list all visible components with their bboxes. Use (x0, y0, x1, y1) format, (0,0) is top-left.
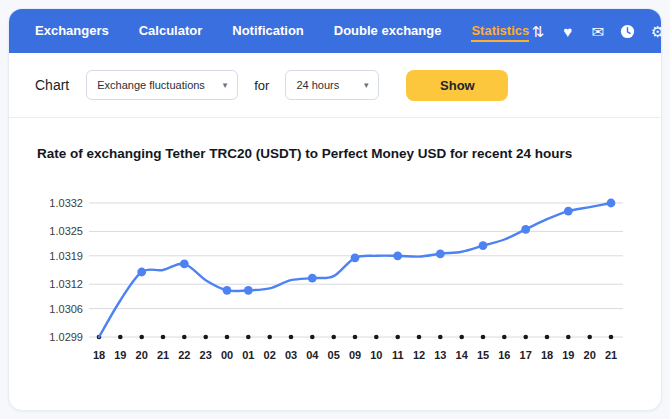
x-tick-label: 17 (520, 349, 532, 361)
baseline-dot (481, 335, 486, 340)
baseline-dot (609, 335, 614, 340)
x-tick-label: 10 (370, 349, 382, 361)
baseline-dot (246, 335, 251, 340)
baseline-dot (353, 335, 358, 340)
x-tick-label: 01 (242, 349, 254, 361)
baseline-dot (438, 335, 443, 340)
baseline-dot (289, 335, 294, 340)
baseline-dot (139, 335, 144, 340)
baseline-dot (161, 335, 166, 340)
nav-item-exchangers[interactable]: Exchangers (35, 20, 109, 42)
heart-icon[interactable]: ♥ (559, 24, 576, 39)
baseline-dot (502, 335, 507, 340)
y-tick-label: 1.0306 (49, 303, 83, 315)
x-tick-label: 13 (434, 349, 446, 361)
baseline-dot (118, 335, 123, 340)
baseline-dot (225, 335, 230, 340)
chart-point (479, 241, 488, 250)
chart-point (244, 286, 253, 295)
nav-item-notification[interactable]: Notification (232, 20, 304, 42)
chevron-down-icon: ▾ (364, 80, 369, 90)
baseline-dot (374, 335, 379, 340)
baseline-dot (331, 335, 336, 340)
chart-line (99, 203, 611, 337)
baseline-dot (523, 335, 528, 340)
chart-point (137, 268, 146, 277)
chart-point (223, 286, 232, 295)
x-tick-label: 19 (562, 349, 574, 361)
x-tick-label: 05 (328, 349, 340, 361)
y-tick-label: 1.0312 (49, 278, 83, 290)
chart-point (607, 199, 616, 208)
chart-point (436, 249, 445, 258)
gear-icon[interactable]: ⚙ (649, 24, 662, 39)
baseline-dot (417, 335, 422, 340)
x-tick-label: 14 (456, 349, 469, 361)
baseline-dot (203, 335, 208, 340)
show-button[interactable]: Show (406, 70, 508, 101)
x-tick-label: 03 (285, 349, 297, 361)
x-tick-label: 04 (306, 349, 319, 361)
x-tick-label: 21 (605, 349, 617, 361)
rate-chart-svg: 1.03321.03251.03191.03121.03061.02991819… (21, 187, 662, 369)
x-tick-label: 09 (349, 349, 361, 361)
x-tick-label: 18 (93, 349, 105, 361)
x-tick-label: 00 (221, 349, 233, 361)
swap-vertical-icon[interactable]: ⇅ (529, 24, 546, 39)
baseline-dot (545, 335, 550, 340)
x-tick-label: 11 (392, 349, 404, 361)
baseline-dot (310, 335, 315, 340)
chart-type-select[interactable]: Exchange fluctuations ▾ (86, 70, 238, 100)
chart-point (308, 274, 317, 283)
nav-item-double-exchange[interactable]: Double exchange (334, 20, 442, 42)
period-select[interactable]: 24 hours ▾ (285, 70, 379, 100)
chart-point (180, 260, 189, 269)
mail-icon[interactable]: ✉ (589, 24, 606, 39)
x-tick-label: 20 (136, 349, 148, 361)
chart-label: Chart (35, 77, 69, 93)
clock-icon[interactable] (619, 24, 636, 39)
x-tick-label: 23 (200, 349, 212, 361)
top-navbar: Exchangers Calculator Notification Doubl… (9, 9, 661, 53)
nav-icon-group: ⇅ ♥ ✉ ⚙ (529, 24, 662, 39)
chart-point (521, 225, 530, 234)
period-select-value: 24 hours (296, 79, 339, 91)
chart-title: Rate of exchanging Tether TRC20 (USDT) t… (37, 146, 661, 161)
nav-menu: Exchangers Calculator Notification Doubl… (35, 20, 529, 42)
nav-item-statistics[interactable]: Statistics (471, 20, 529, 42)
y-tick-label: 1.0332 (49, 197, 83, 209)
chart-type-select-value: Exchange fluctuations (97, 79, 205, 91)
y-tick-label: 1.0325 (49, 225, 83, 237)
baseline-dot (182, 335, 187, 340)
for-label: for (254, 78, 269, 93)
x-tick-label: 12 (413, 349, 425, 361)
x-tick-label: 16 (498, 349, 510, 361)
x-tick-label: 22 (178, 349, 190, 361)
x-tick-label: 21 (157, 349, 169, 361)
chart-point (564, 207, 573, 216)
x-tick-label: 02 (264, 349, 276, 361)
x-tick-label: 15 (477, 349, 489, 361)
y-tick-label: 1.0319 (49, 250, 83, 262)
baseline-dot (459, 335, 464, 340)
divider (9, 117, 661, 118)
chart-point (393, 251, 402, 260)
x-tick-label: 18 (541, 349, 553, 361)
baseline-dot (587, 335, 592, 340)
baseline-dot (395, 335, 400, 340)
x-tick-label: 19 (114, 349, 126, 361)
nav-item-calculator[interactable]: Calculator (139, 20, 203, 42)
baseline-dot (267, 335, 272, 340)
chart-point (351, 253, 360, 262)
rate-chart: 1.03321.03251.03191.03121.03061.02991819… (21, 187, 661, 373)
chevron-down-icon: ▾ (223, 80, 228, 90)
app-card: Exchangers Calculator Notification Doubl… (8, 8, 662, 411)
x-tick-label: 20 (584, 349, 596, 361)
y-tick-label: 1.0299 (49, 331, 83, 343)
baseline-dot (566, 335, 571, 340)
chart-controls: Chart Exchange fluctuations ▾ for 24 hou… (9, 53, 661, 117)
